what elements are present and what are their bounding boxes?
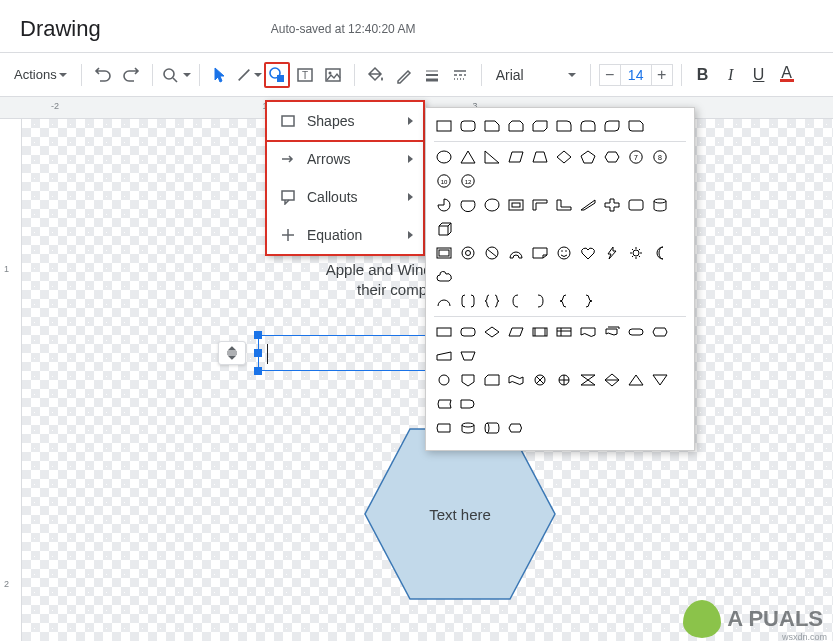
font-size-decrease-button[interactable]: − (599, 64, 621, 86)
shape-octagon[interactable]: 8 (650, 147, 670, 167)
shape-ellipse[interactable] (434, 147, 454, 167)
shape-teardrop[interactable] (482, 195, 502, 215)
italic-button[interactable]: I (718, 62, 744, 88)
shape-block-arc[interactable] (506, 243, 526, 263)
shape-half-frame[interactable] (530, 195, 550, 215)
shape-parallelogram[interactable] (506, 147, 526, 167)
image-tool-button[interactable] (320, 62, 346, 88)
shape-flow-offpage[interactable] (458, 370, 478, 390)
shape-flow-internal[interactable] (554, 322, 574, 342)
shape-heart[interactable] (578, 243, 598, 263)
shape-sun[interactable] (626, 243, 646, 263)
shape-frame[interactable] (506, 195, 526, 215)
shape-flow-sort[interactable] (602, 370, 622, 390)
shape-left-bracket[interactable] (506, 291, 526, 311)
shape-round-diag[interactable] (602, 116, 622, 136)
line-tool-button[interactable] (236, 62, 262, 88)
shape-flow-mag-disk[interactable] (458, 418, 478, 438)
textbox-tool-button[interactable]: T (292, 62, 318, 88)
shape-diag-stripe[interactable] (578, 195, 598, 215)
shape-flow-predef[interactable] (530, 322, 550, 342)
shape-flow-card[interactable] (482, 370, 502, 390)
shape-flow-decision[interactable] (482, 322, 502, 342)
shape-flow-data[interactable] (506, 322, 526, 342)
shape-flow-connector[interactable] (434, 370, 454, 390)
shape-flow-prep[interactable] (650, 322, 670, 342)
shape-heptagon[interactable]: 7 (626, 147, 646, 167)
shape-no[interactable] (482, 243, 502, 263)
shape-donut[interactable] (458, 243, 478, 263)
shape-cube[interactable] (434, 219, 454, 239)
shape-snip-two[interactable] (506, 116, 526, 136)
menu-item-equation[interactable]: Equation (267, 216, 423, 254)
shape-bevel[interactable] (434, 243, 454, 263)
shape-brace[interactable] (482, 291, 502, 311)
select-tool-button[interactable] (208, 62, 234, 88)
shape-triangle[interactable] (458, 147, 478, 167)
shape-flow-manual-input[interactable] (434, 346, 454, 366)
shape-round-one[interactable] (554, 116, 574, 136)
shape-flow-tape[interactable] (506, 370, 526, 390)
shape-flow-extract[interactable] (626, 370, 646, 390)
shape-cloud[interactable] (434, 267, 454, 287)
shape-decagon[interactable]: 10 (434, 171, 454, 191)
shape-round-two[interactable] (578, 116, 598, 136)
shape-rounded-rectangle[interactable] (458, 116, 478, 136)
shape-l[interactable] (554, 195, 574, 215)
shape-flow-merge[interactable] (650, 370, 670, 390)
shape-moon[interactable] (650, 243, 670, 263)
font-size-value[interactable]: 14 (621, 64, 651, 86)
redo-button[interactable] (118, 62, 144, 88)
shape-flow-collate[interactable] (578, 370, 598, 390)
shape-pie[interactable] (434, 195, 454, 215)
shape-right-brace[interactable] (578, 291, 598, 311)
shape-flow-junction[interactable] (530, 370, 550, 390)
shape-can[interactable] (650, 195, 670, 215)
shape-arc[interactable] (434, 291, 454, 311)
undo-button[interactable] (90, 62, 116, 88)
hexagon-shape[interactable]: Text here (360, 424, 560, 604)
shape-right-triangle[interactable] (482, 147, 502, 167)
shape-lightning[interactable] (602, 243, 622, 263)
shape-cross[interactable] (602, 195, 622, 215)
border-weight-button[interactable] (419, 62, 445, 88)
menu-item-arrows[interactable]: Arrows (267, 140, 423, 178)
fill-color-button[interactable] (363, 62, 389, 88)
shape-tool-button[interactable] (264, 62, 290, 88)
text-color-button[interactable]: A (774, 62, 800, 88)
shape-flow-process[interactable] (434, 322, 454, 342)
drag-indicator[interactable] (218, 341, 246, 365)
shape-flow-multidoc[interactable] (602, 322, 622, 342)
shape-flow-document[interactable] (578, 322, 598, 342)
resize-handle-nw[interactable] (254, 331, 262, 339)
shape-flow-alt[interactable] (458, 322, 478, 342)
menu-item-shapes[interactable]: Shapes (265, 100, 425, 142)
shape-plaque[interactable] (626, 195, 646, 215)
font-family-select[interactable]: Arial (490, 65, 582, 85)
shape-left-brace[interactable] (554, 291, 574, 311)
shape-flow-manual-op[interactable] (458, 346, 478, 366)
shape-flow-stored[interactable] (434, 394, 454, 414)
shape-flow-display[interactable] (506, 418, 526, 438)
resize-handle-sw[interactable] (254, 367, 262, 375)
shape-snip-diag[interactable] (530, 116, 550, 136)
shape-dodecagon[interactable]: 12 (458, 171, 478, 191)
shape-right-bracket[interactable] (530, 291, 550, 311)
shape-flow-seq[interactable] (434, 418, 454, 438)
shape-hexagon[interactable] (602, 147, 622, 167)
shape-flow-delay[interactable] (458, 394, 478, 414)
shape-folded-corner[interactable] (530, 243, 550, 263)
underline-button[interactable]: U (746, 62, 772, 88)
shape-flow-direct[interactable] (482, 418, 502, 438)
shape-trapezoid[interactable] (530, 147, 550, 167)
shape-snip-corner[interactable] (482, 116, 502, 136)
bold-button[interactable]: B (690, 62, 716, 88)
shape-rectangle[interactable] (434, 116, 454, 136)
shape-diamond[interactable] (554, 147, 574, 167)
menu-item-callouts[interactable]: Callouts (267, 178, 423, 216)
border-color-button[interactable] (391, 62, 417, 88)
shape-smiley[interactable] (554, 243, 574, 263)
shape-round-snip[interactable] (626, 116, 646, 136)
border-dash-button[interactable] (447, 62, 473, 88)
actions-menu-button[interactable]: Actions (8, 63, 73, 86)
